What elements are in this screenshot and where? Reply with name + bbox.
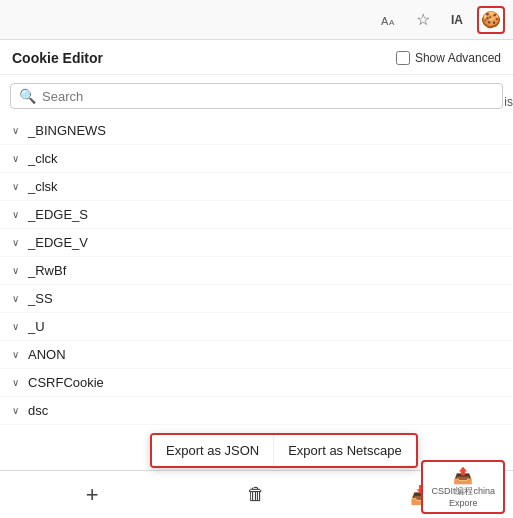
side-text: is: [504, 95, 513, 109]
star-icon[interactable]: ☆: [409, 6, 437, 34]
cookie-name: CSRFCookie: [28, 375, 104, 390]
cookie-list[interactable]: ∨ _BINGNEWS ∨ _clck ∨ _clsk ∨ _EDGE_S ∨ …: [0, 117, 513, 470]
search-icon: 🔍: [19, 88, 36, 104]
chevron-icon: ∨: [12, 405, 22, 416]
chevron-icon: ∨: [12, 293, 22, 304]
chevron-icon: ∨: [12, 209, 22, 220]
font-size-icon[interactable]: A A: [375, 6, 403, 34]
cookie-item[interactable]: ∨ _RwBf: [0, 257, 513, 285]
chevron-icon: ∨: [12, 265, 22, 276]
cookie-name: _clsk: [28, 179, 58, 194]
export-json-button[interactable]: Export as JSON: [152, 435, 274, 466]
chevron-icon: ∨: [12, 237, 22, 248]
svg-text:A: A: [381, 15, 389, 27]
export-cookie-button[interactable]: 📤 CSDIt编程china Expore: [421, 460, 505, 514]
cookie-item[interactable]: ∨ _clck: [0, 145, 513, 173]
add-icon: +: [86, 482, 99, 508]
delete-icon: 🗑: [247, 484, 265, 505]
chevron-icon: ∨: [12, 349, 22, 360]
panel-header: Cookie Editor Show Advanced: [0, 40, 513, 75]
cookie-item[interactable]: ∨ _U: [0, 313, 513, 341]
add-cookie-button[interactable]: +: [67, 477, 117, 513]
cookie-item[interactable]: ∨ _BINGNEWS: [0, 117, 513, 145]
export-netscape-button[interactable]: Export as Netscape: [274, 435, 415, 466]
export-label: Expore: [449, 498, 478, 508]
chevron-icon: ∨: [12, 181, 22, 192]
cookie-name: _SS: [28, 291, 53, 306]
export-popup: Export as JSON Export as Netscape: [150, 433, 418, 468]
cookie-editor-panel: Cookie Editor Show Advanced is 🔍 ∨ _BING…: [0, 40, 513, 518]
cookie-name: dsc: [28, 403, 48, 418]
bottom-toolbar: + 🗑 📥 📤 CSDIt编程china Expore: [0, 470, 513, 518]
chevron-icon: ∨: [12, 153, 22, 164]
search-container: 🔍: [10, 83, 503, 109]
cookie-item[interactable]: ∨ ANON: [0, 341, 513, 369]
cookie-name: _EDGE_S: [28, 207, 88, 222]
show-advanced-container: Show Advanced: [396, 51, 501, 65]
top-toolbar: A A ☆ IA 🍪: [0, 0, 513, 40]
cookie-name: _clck: [28, 151, 58, 166]
cookie-item[interactable]: ∨ _EDGE_S: [0, 201, 513, 229]
chevron-icon: ∨: [12, 377, 22, 388]
export-site-label: CSDIt编程china: [431, 485, 495, 498]
export-icon: 📤: [453, 466, 473, 485]
cookie-name: _U: [28, 319, 45, 334]
cookie-name: _RwBf: [28, 263, 66, 278]
cookie-item[interactable]: ∨ _SS: [0, 285, 513, 313]
cookie-name: _BINGNEWS: [28, 123, 106, 138]
panel-title: Cookie Editor: [12, 50, 103, 66]
cookie-item[interactable]: ∨ _clsk: [0, 173, 513, 201]
search-input[interactable]: [42, 89, 494, 104]
ia-icon[interactable]: IA: [443, 6, 471, 34]
show-advanced-label[interactable]: Show Advanced: [415, 51, 501, 65]
cookie-item[interactable]: ∨ _EDGE_V: [0, 229, 513, 257]
cookie-icon[interactable]: 🍪: [477, 6, 505, 34]
cookie-name: _EDGE_V: [28, 235, 88, 250]
cookie-name: ANON: [28, 347, 66, 362]
chevron-icon: ∨: [12, 125, 22, 136]
delete-cookie-button[interactable]: 🗑: [231, 477, 281, 513]
chevron-icon: ∨: [12, 321, 22, 332]
cookie-item[interactable]: ∨ dsc: [0, 397, 513, 425]
svg-text:A: A: [389, 18, 395, 27]
show-advanced-checkbox[interactable]: [396, 51, 410, 65]
cookie-item[interactable]: ∨ CSRFCookie: [0, 369, 513, 397]
